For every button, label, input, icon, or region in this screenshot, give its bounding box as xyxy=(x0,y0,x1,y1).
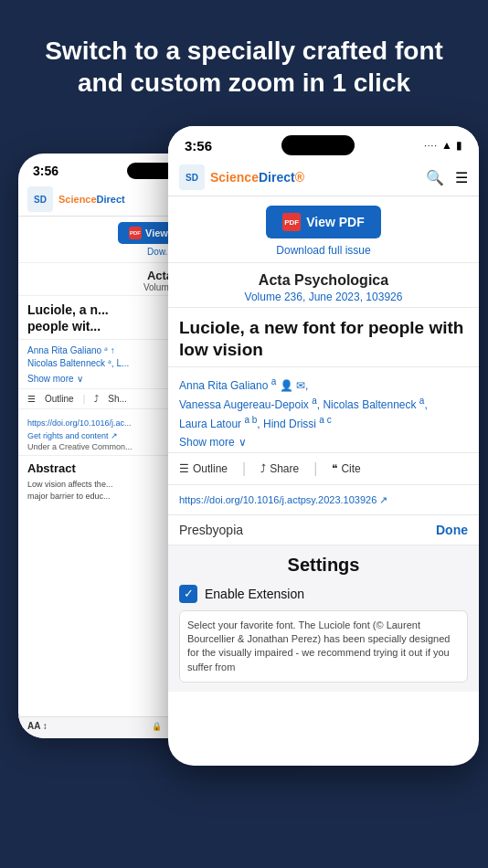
front-sd-logo-icon: SD xyxy=(179,164,205,190)
front-view-pdf-section: PDF View PDF Download full issue xyxy=(168,196,479,263)
front-settings-section: Settings ✓ Enable Extension Select your … xyxy=(168,545,479,693)
front-share-icon: ⤴ xyxy=(260,462,266,475)
back-sd-logo-text: ScienceDirect xyxy=(58,194,125,205)
front-presbyopia-label: Presbyopia xyxy=(179,523,243,537)
front-journal-section: Acta Psychologica Volume 236, June 2023,… xyxy=(168,263,479,308)
front-download-link[interactable]: Download full issue xyxy=(179,244,468,257)
front-authors-section: Anna Rita Galiano a 👤 ✉, Vanessa Augerea… xyxy=(168,367,479,453)
front-enable-checkbox[interactable]: ✓ xyxy=(179,585,197,603)
headline: Switch to a specially crafted font and c… xyxy=(0,0,488,126)
front-signal-icon: ···· xyxy=(424,141,438,151)
back-share-icon: ⤴ xyxy=(94,394,99,404)
front-settings-desc: Select your favorite font. The Luciole f… xyxy=(179,610,468,683)
back-share-label[interactable]: Sh... xyxy=(108,394,127,404)
front-share-item[interactable]: ⤴ Share xyxy=(260,462,299,475)
front-status-bar: 3:56 ···· ▲ ▮ xyxy=(168,126,479,159)
back-status-time: 3:56 xyxy=(33,164,58,178)
front-authors-text: Anna Rita Galiano a 👤 ✉, Vanessa Augerea… xyxy=(179,375,468,432)
back-doi-link[interactable]: https://doi.org/10.1016/j.ac... xyxy=(27,418,132,428)
front-author3: Laura Latour a b, Hind Drissi a c xyxy=(179,418,332,430)
back-aa-button[interactable]: AA ↕ xyxy=(27,721,48,731)
front-action-bar: ☰ Outline | ⤴ Share | ❝ Cite xyxy=(168,453,479,485)
back-lock-icon: 🔒 xyxy=(152,722,162,731)
back-sd-logo-icon: SD xyxy=(27,186,53,212)
front-status-time: 3:56 xyxy=(185,138,212,153)
front-pdf-icon: PDF xyxy=(282,213,301,231)
front-cite-icon: ❝ xyxy=(332,462,337,475)
front-doi-link[interactable]: https://doi.org/10.1016/j.actpsy.2023.10… xyxy=(179,494,387,505)
front-sd-header: SD ScienceDirect® 🔍 ☰ xyxy=(168,159,479,196)
front-dynamic-island xyxy=(281,135,355,155)
screenshots-area: 3:56 ●●● ▲ ▮ SD ScienceDirect 🔍 ☰ PD xyxy=(0,126,488,784)
front-doi-section: https://doi.org/10.1016/j.actpsy.2023.10… xyxy=(168,485,479,515)
front-journal-name: Acta Psychologica xyxy=(179,272,468,289)
front-outline-item[interactable]: ☰ Outline xyxy=(179,462,228,475)
back-pdf-icon: PDF xyxy=(129,227,142,239)
front-cite-item[interactable]: ❝ Cite xyxy=(332,462,360,475)
front-search-icon[interactable]: 🔍 xyxy=(426,169,444,186)
front-show-more[interactable]: Show more ∨ xyxy=(179,436,468,449)
phone-front: 3:56 ···· ▲ ▮ SD ScienceDirect® 🔍 ☰ PDF xyxy=(168,126,479,766)
front-journal-issue: Volume 236, June 2023, 103926 xyxy=(179,291,468,303)
front-author1: Anna Rita Galiano a 👤 ✉, xyxy=(179,379,308,392)
front-sd-actions: 🔍 ☰ xyxy=(426,169,468,186)
front-view-pdf-button[interactable]: PDF View PDF xyxy=(266,206,381,238)
back-outline-label[interactable]: Outline xyxy=(45,394,74,404)
front-outline-icon: ☰ xyxy=(179,462,189,475)
front-author2: Vanessa Augereau-Depoix a, Nicolas Balte… xyxy=(179,398,428,411)
front-presbyopia-bar: Presbyopia Done xyxy=(168,515,479,545)
back-sd-logo: SD ScienceDirect xyxy=(27,186,125,212)
front-done-button[interactable]: Done xyxy=(436,523,468,537)
back-outline-icon: ☰ xyxy=(27,394,36,404)
front-settings-title: Settings xyxy=(179,555,468,576)
front-enable-row: ✓ Enable Extension xyxy=(179,585,468,603)
front-sd-logo: SD ScienceDirect® xyxy=(179,164,304,190)
front-article-title: Luciole, a new font for people with low … xyxy=(168,308,479,367)
headline-text: Switch to a specially crafted font and c… xyxy=(45,37,443,97)
front-battery-icon: ▮ xyxy=(456,139,462,152)
front-menu-icon[interactable]: ☰ xyxy=(455,169,468,186)
front-wifi-icon: ▲ xyxy=(441,139,452,152)
front-enable-label: Enable Extension xyxy=(205,587,304,601)
front-sd-logo-text: ScienceDirect® xyxy=(210,170,304,185)
